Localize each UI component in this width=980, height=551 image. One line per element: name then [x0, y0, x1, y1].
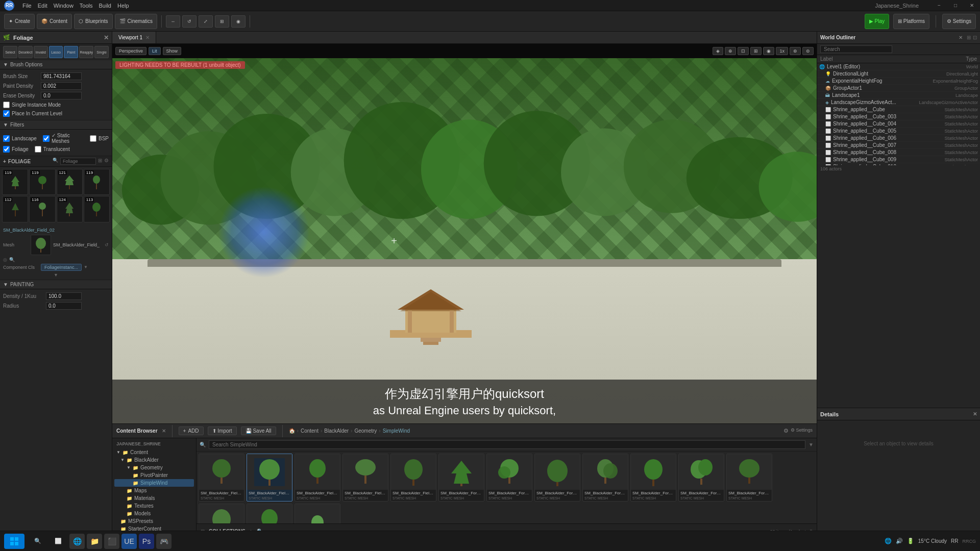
taskbar-ue-icon[interactable]: UE [121, 534, 137, 549]
vp-ctrl-3[interactable]: ⊡ [738, 47, 749, 55]
mesh-browse-icon[interactable]: 🔍 [9, 257, 15, 262]
tree-models[interactable]: 📁 Models [114, 510, 194, 517]
landscape-filter-checkbox[interactable] [3, 135, 10, 142]
paint-density-input[interactable] [41, 82, 82, 90]
foliage-single-btn[interactable]: Single [94, 46, 109, 58]
brush-size-input[interactable] [41, 72, 82, 80]
taskbar-ps-icon[interactable]: Ps [139, 534, 154, 549]
out-exponential-fog[interactable]: ☁ ExponentialHeightFog ExponentialHeight… [817, 78, 980, 85]
out-shrine-cube-010[interactable]: ⬜ Shrine_applied__Cube_010 StaticMeshAct… [817, 163, 980, 165]
menu-window[interactable]: Window [54, 3, 74, 9]
out-shrine-cube-005[interactable]: ⬜ Shrine_applied__Cube_005 StaticMeshAct… [817, 128, 980, 135]
foliage-thumb-3[interactable]: 119 [84, 169, 110, 195]
platforms-button[interactable]: ⊞ Platforms [893, 14, 929, 29]
filter-icon[interactable]: ▼ [808, 442, 814, 447]
transform-scale-btn[interactable]: ⤢ [199, 15, 213, 28]
foliage-reapply-btn[interactable]: Reapply [79, 46, 93, 58]
transform-move-btn[interactable]: ↔ [166, 15, 180, 28]
play-button[interactable]: ▶ Play [865, 14, 889, 29]
painting-section-toggle[interactable]: ▼ PAINTING [0, 280, 112, 289]
asset-forest-07[interactable]: SM_BlackAlder_Forest_07 STATIC MESH [726, 454, 772, 502]
taskbar-taskview-btn[interactable]: ⬜ [49, 534, 67, 549]
viewport-tab-close[interactable]: ✕ [145, 35, 150, 40]
erase-density-input[interactable] [41, 92, 82, 99]
out-landscape[interactable]: 🏔 Landscape1 Landscape [817, 92, 980, 99]
density-input[interactable] [46, 292, 82, 300]
snap-btn[interactable]: ⊞ [215, 15, 229, 28]
menu-build[interactable]: Build [99, 3, 111, 9]
foliage-invalid-btn[interactable]: Invalid [34, 46, 48, 58]
foliage-thumb-7[interactable]: 113 [84, 196, 110, 222]
asset-field-04[interactable]: SM_BlackAlder_Field_04 STATIC MESH [342, 454, 388, 502]
out-shrine-cube-006[interactable]: ⬜ Shrine_applied__Cube_006 StaticMeshAct… [817, 135, 980, 142]
paint-section-toggle[interactable]: ▼ Brush Options [0, 60, 112, 69]
out-level1[interactable]: 🌐 Level1 (Editor) World [817, 63, 980, 70]
place-level-checkbox[interactable] [3, 110, 10, 117]
asset-field-01[interactable]: SM_BlackAlder_Field_01 STATIC MESH [199, 454, 244, 502]
tree-maps[interactable]: 📁 Maps [114, 487, 194, 494]
taskbar-search-btn[interactable]: 🔍 [29, 534, 47, 549]
camera-btn[interactable]: ◉ [231, 15, 246, 28]
asset-forest-08[interactable]: SM_BlackAlder_Forest_08 STATIC MESH [199, 504, 244, 523]
tree-mspresets[interactable]: 📁 MSPresets [114, 517, 194, 525]
asset-forest-04[interactable]: SM_BlackAlder_Forest_04 STATIC MESH [582, 454, 628, 502]
cb-close-button[interactable]: ✕ [162, 428, 166, 434]
foliage-thumb-1[interactable]: 119 [29, 169, 55, 195]
vp-ctrl-7[interactable]: ⊜ [802, 47, 814, 55]
out-shrine-cube-007[interactable]: ⬜ Shrine_applied__Cube_007 StaticMeshAct… [817, 142, 980, 149]
foliage-filter-checkbox[interactable] [3, 146, 10, 153]
tree-textures[interactable]: 📁 Textures [114, 502, 194, 510]
foliage-thumb-2[interactable]: 121 [57, 169, 83, 195]
foliage-thumb-6[interactable]: 124 [57, 196, 83, 222]
out-directional-light[interactable]: 💡 DirectionalLight DirectionalLight [817, 70, 980, 78]
cb-path-simplewind[interactable]: SimpleWind [383, 428, 410, 434]
menu-tools[interactable]: Tools [80, 3, 93, 9]
tree-pivotpainter[interactable]: 📁 PivotPainter [114, 471, 194, 479]
outliner-icon-1[interactable]: ⊞ [967, 35, 971, 40]
vp-ctrl-5[interactable]: ◉ [763, 47, 774, 55]
asset-field-03[interactable]: SM_BlackAlder_Field_03 STATIC MESH [295, 454, 340, 502]
cb-path-geometry[interactable]: Geometry [354, 428, 377, 434]
vp-speed[interactable]: 1x [776, 47, 788, 55]
viewport-main[interactable]: + LIGHTING NEEDS TO BE REBUILT (1 unbuil… [112, 58, 817, 423]
radius-input[interactable] [46, 302, 82, 310]
blueprints-button[interactable]: ⬡ Blueprints [74, 14, 112, 29]
lit-btn[interactable]: Lit [149, 47, 161, 55]
tree-content[interactable]: ▼ 📁 Content [114, 448, 194, 456]
cinematics-button[interactable]: 🎬 Cinematics [115, 14, 157, 29]
asset-field-02[interactable]: SM_BlackAlder_Field_02 STATIC MESH [247, 454, 292, 502]
vp-ctrl-6[interactable]: ⊛ [790, 47, 801, 55]
foliage-lasso-btn[interactable]: Lasso [49, 46, 63, 58]
taskbar-terminal-icon[interactable]: ⬛ [104, 534, 119, 549]
close-button[interactable]: ✕ [964, 0, 980, 11]
tree-materials[interactable]: 📁 Materials [114, 494, 194, 502]
asset-sapling-01[interactable]: SM_BlackAlder_Sapling_01 STATIC MESH [295, 504, 340, 523]
mesh-reset-icon[interactable]: ↺ [105, 242, 109, 247]
content-button[interactable]: 📦 Content [37, 14, 72, 29]
transform-rotate-btn[interactable]: ↺ [182, 15, 197, 28]
tree-blackalder[interactable]: ▼ 📁 BlackAlder [114, 456, 194, 464]
taskbar-chrome-icon[interactable]: 🌐 [69, 534, 85, 549]
start-button[interactable] [4, 534, 24, 549]
asset-forest-06[interactable]: SM_BlackAlder_Forest_06 STATIC MESH [678, 454, 724, 502]
asset-forest-03[interactable]: SM_BlackAlder_Forest_03 STATIC MESH [534, 454, 580, 502]
vp-ctrl-1[interactable]: ◈ [713, 47, 723, 55]
foliage-paint-btn[interactable]: Paint [64, 46, 78, 58]
vp-ctrl-4[interactable]: ⊞ [750, 47, 762, 55]
outliner-search-input[interactable] [820, 45, 892, 53]
perspective-btn[interactable]: Perspective [115, 47, 146, 55]
vp-ctrl-2[interactable]: ⊕ [725, 47, 736, 55]
menu-help[interactable]: Help [117, 3, 129, 9]
viewport-tab-1[interactable]: Viewport 1 ✕ [112, 32, 156, 43]
foliage-search-input[interactable] [60, 158, 96, 165]
minimize-button[interactable]: − [931, 0, 947, 11]
outliner-close-button[interactable]: ✕ [959, 35, 963, 40]
cb-import-button[interactable]: ⬆ Import [208, 427, 237, 435]
create-button[interactable]: ✦ Create [4, 14, 35, 29]
component-cls-value[interactable]: FoliageInstanc... [41, 264, 82, 271]
translucent-filter-checkbox[interactable] [35, 146, 41, 153]
show-btn[interactable]: Show [163, 47, 182, 55]
tree-geometry[interactable]: ▼ 📁 Geometry [114, 464, 194, 471]
cb-path-blackalder[interactable]: BlackAlder [324, 428, 349, 434]
foliage-thumb-0[interactable]: 119 [2, 169, 28, 195]
